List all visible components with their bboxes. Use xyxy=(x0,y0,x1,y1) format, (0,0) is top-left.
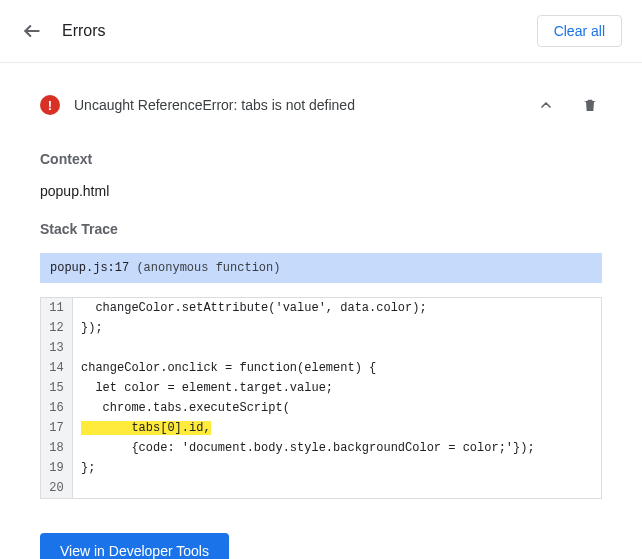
code-line: 17 tabs[0].id, xyxy=(41,418,601,438)
highlighted-code: tabs[0].id, xyxy=(81,421,211,435)
code-line: 12}); xyxy=(41,318,601,338)
line-code: changeColor.onclick = function(element) … xyxy=(73,358,384,378)
code-line: 20 xyxy=(41,478,601,498)
line-number: 11 xyxy=(41,298,73,318)
line-code: tabs[0].id, xyxy=(73,418,219,438)
line-code: let color = element.target.value; xyxy=(73,378,341,398)
line-number: 15 xyxy=(41,378,73,398)
line-code: {code: 'document.body.style.backgroundCo… xyxy=(73,438,543,458)
back-arrow-icon[interactable] xyxy=(20,19,44,43)
code-line: 15 let color = element.target.value; xyxy=(41,378,601,398)
clear-all-button[interactable]: Clear all xyxy=(537,15,622,47)
header-bar: Errors Clear all xyxy=(0,0,642,63)
stack-trace-header: popup.js:17 (anonymous function) xyxy=(40,253,602,283)
line-number: 12 xyxy=(41,318,73,338)
chevron-up-icon[interactable] xyxy=(534,93,558,117)
page-title: Errors xyxy=(62,22,537,40)
code-line: 18 {code: 'document.body.style.backgroun… xyxy=(41,438,601,458)
trash-icon[interactable] xyxy=(578,93,602,117)
line-code xyxy=(73,478,96,498)
context-label: Context xyxy=(40,151,602,167)
line-number: 19 xyxy=(41,458,73,478)
error-message: Uncaught ReferenceError: tabs is not def… xyxy=(74,97,534,113)
line-number: 20 xyxy=(41,478,73,498)
code-block: 11 changeColor.setAttribute('value', dat… xyxy=(40,297,602,499)
code-line: 13 xyxy=(41,338,601,358)
line-code: }; xyxy=(73,458,103,478)
line-number: 17 xyxy=(41,418,73,438)
context-value: popup.html xyxy=(40,183,602,199)
code-line: 11 changeColor.setAttribute('value', dat… xyxy=(41,298,601,318)
line-number: 14 xyxy=(41,358,73,378)
stack-trace-label: Stack Trace xyxy=(40,221,602,237)
view-devtools-button[interactable]: View in Developer Tools xyxy=(40,533,229,559)
line-number: 16 xyxy=(41,398,73,418)
line-number: 18 xyxy=(41,438,73,458)
code-line: 16 chrome.tabs.executeScript( xyxy=(41,398,601,418)
line-number: 13 xyxy=(41,338,73,358)
line-code xyxy=(73,338,96,358)
error-icon: ! xyxy=(40,95,60,115)
code-line: 19}; xyxy=(41,458,601,478)
stack-location: popup.js:17 xyxy=(50,261,129,275)
line-code: chrome.tabs.executeScript( xyxy=(73,398,298,418)
line-code: }); xyxy=(73,318,111,338)
error-item: ! Uncaught ReferenceError: tabs is not d… xyxy=(40,83,602,141)
stack-function: (anonymous function) xyxy=(136,261,280,275)
code-line: 14changeColor.onclick = function(element… xyxy=(41,358,601,378)
line-code: changeColor.setAttribute('value', data.c… xyxy=(73,298,435,318)
